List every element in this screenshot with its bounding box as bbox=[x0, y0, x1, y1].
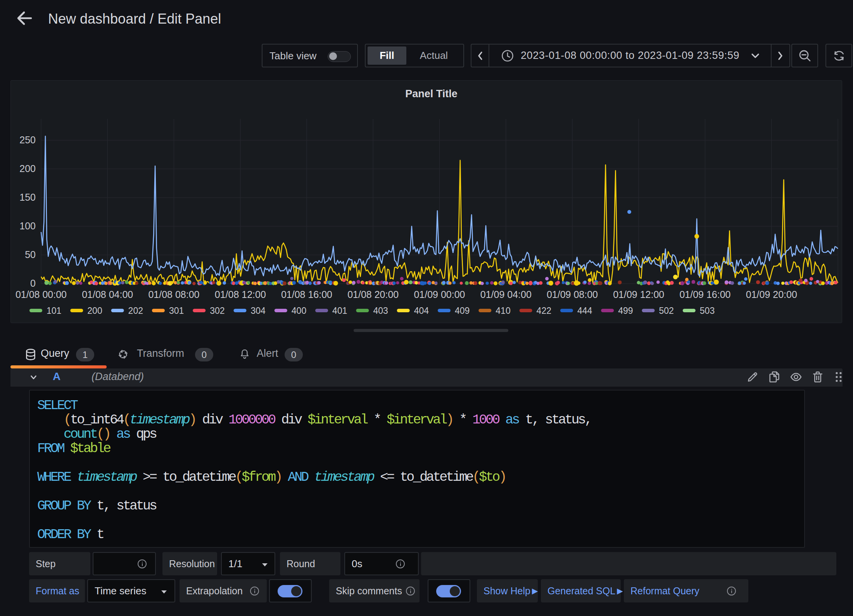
svg-text:01/08 20:00: 01/08 20:00 bbox=[347, 289, 399, 300]
svg-text:01/09 08:00: 01/09 08:00 bbox=[547, 289, 598, 300]
svg-text:01/09 20:00: 01/09 20:00 bbox=[746, 289, 797, 300]
svg-text:01/09 04:00: 01/09 04:00 bbox=[480, 289, 532, 300]
svg-text:01/09 00:00: 01/09 00:00 bbox=[414, 289, 465, 300]
svg-text:100: 100 bbox=[19, 220, 36, 231]
svg-text:444: 444 bbox=[577, 306, 592, 316]
svg-text:503: 503 bbox=[700, 306, 715, 316]
svg-text:200: 200 bbox=[87, 306, 102, 316]
svg-text:410: 410 bbox=[496, 306, 510, 316]
svg-text:01/08 04:00: 01/08 04:00 bbox=[82, 289, 133, 300]
svg-text:01/08 08:00: 01/08 08:00 bbox=[148, 289, 199, 300]
svg-text:01/08 12:00: 01/08 12:00 bbox=[215, 289, 266, 300]
svg-text:499: 499 bbox=[618, 306, 633, 316]
svg-text:202: 202 bbox=[128, 306, 143, 316]
svg-text:401: 401 bbox=[332, 306, 347, 316]
svg-text:403: 403 bbox=[373, 306, 388, 316]
svg-text:200: 200 bbox=[19, 163, 36, 174]
svg-text:422: 422 bbox=[537, 306, 551, 316]
svg-text:404: 404 bbox=[414, 306, 429, 316]
svg-text:50: 50 bbox=[25, 249, 36, 260]
svg-text:0: 0 bbox=[30, 278, 36, 289]
svg-text:01/09 12:00: 01/09 12:00 bbox=[613, 289, 664, 300]
svg-text:400: 400 bbox=[292, 306, 306, 316]
svg-text:502: 502 bbox=[659, 306, 674, 316]
svg-text:409: 409 bbox=[455, 306, 470, 316]
svg-text:304: 304 bbox=[251, 306, 266, 316]
svg-text:01/09 16:00: 01/09 16:00 bbox=[679, 289, 730, 300]
svg-text:01/08 16:00: 01/08 16:00 bbox=[281, 289, 332, 300]
svg-text:150: 150 bbox=[19, 192, 36, 203]
svg-text:302: 302 bbox=[210, 306, 224, 316]
svg-text:101: 101 bbox=[47, 306, 61, 316]
svg-text:250: 250 bbox=[19, 134, 36, 145]
svg-text:301: 301 bbox=[169, 306, 184, 316]
svg-text:01/08 00:00: 01/08 00:00 bbox=[16, 289, 67, 300]
